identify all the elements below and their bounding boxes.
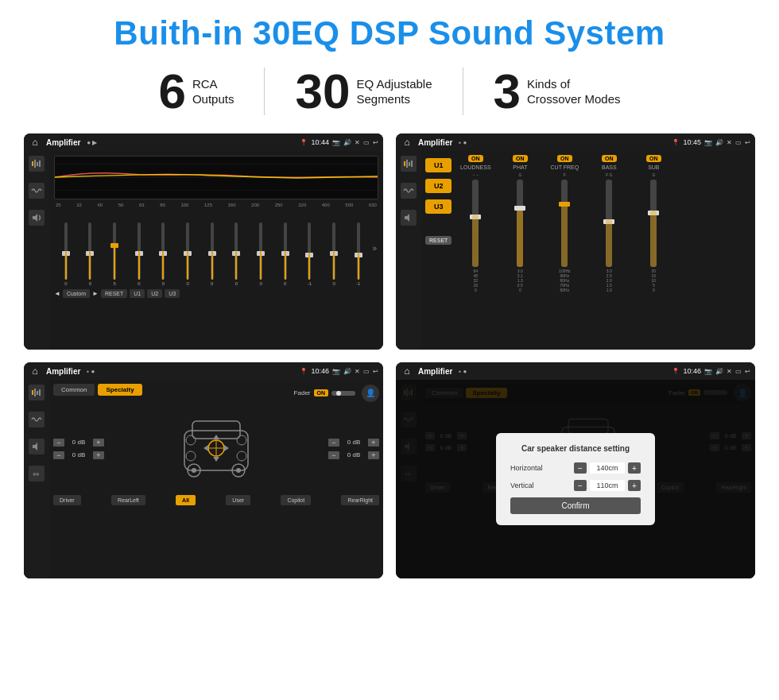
svg-marker-29 xyxy=(213,435,219,439)
all-btn[interactable]: All xyxy=(176,495,196,505)
home-icon-1[interactable]: ⌂ xyxy=(29,136,41,149)
svg-rect-13 xyxy=(37,391,38,395)
vol-row-fr: − 0 dB + xyxy=(328,439,379,447)
reset-btn[interactable]: RESET xyxy=(101,289,127,298)
eq-slider-10[interactable]: 0 xyxy=(275,222,296,286)
more-icon[interactable]: » xyxy=(373,244,378,253)
loudness-slider[interactable] xyxy=(472,180,479,267)
bass-on-badge[interactable]: ON xyxy=(602,155,617,162)
stat-rca-number: 6 xyxy=(158,67,185,116)
custom-btn[interactable]: Custom xyxy=(63,289,90,298)
speaker-icon-2[interactable] xyxy=(401,210,417,226)
eq-slider-3[interactable]: 5 xyxy=(104,222,125,286)
eq-slider-5[interactable]: 0 xyxy=(153,222,174,286)
home-icon-3[interactable]: ⌂ xyxy=(29,365,41,377)
reset-button[interactable]: RESET xyxy=(425,236,452,245)
eq-slider-2[interactable]: 0 xyxy=(80,222,101,286)
svg-marker-32 xyxy=(224,445,229,451)
fader-on-badge[interactable]: ON xyxy=(314,389,329,396)
eq-icon-3[interactable] xyxy=(29,385,45,400)
wave-icon-2[interactable] xyxy=(401,183,417,199)
location-icon-1: 📍 xyxy=(300,139,308,146)
sub-on-badge[interactable]: ON xyxy=(646,155,661,162)
screen-amp: ⌂ Amplifier ▪ ● 📍 10:45 📷 🔊 ✕ ▭ ↩ xyxy=(396,133,755,350)
channel-cutfreq: ON CUT FREQ F 100Hz 90Hz 80Hz 70 xyxy=(545,155,584,292)
eq-icon[interactable] xyxy=(29,156,45,172)
u1-button[interactable]: U1 xyxy=(425,158,452,172)
vol-rr-plus[interactable]: + xyxy=(368,451,379,459)
u2-button[interactable]: U2 xyxy=(425,179,452,193)
confirm-button[interactable]: Confirm xyxy=(510,497,641,514)
fader-row: Fader ON xyxy=(294,389,355,396)
wifi-icon-4: ✕ xyxy=(727,368,732,375)
wave-icon-3[interactable] xyxy=(29,412,45,427)
horizontal-label: Horizontal xyxy=(510,464,558,472)
cutfreq-slider[interactable] xyxy=(561,180,568,267)
eq-slider-8[interactable]: 0 xyxy=(227,222,247,286)
speaker-icon[interactable] xyxy=(29,210,45,226)
eq-slider-11[interactable]: -1 xyxy=(300,222,320,286)
play-prev-icon[interactable]: ◄ xyxy=(54,290,60,297)
horizontal-minus[interactable]: − xyxy=(574,462,587,474)
bass-slider[interactable] xyxy=(606,180,612,267)
rearleft-btn[interactable]: RearLeft xyxy=(111,495,145,505)
user-avatar[interactable]: 👤 xyxy=(362,385,379,402)
cutfreq-label: CUT FREQ xyxy=(551,164,579,170)
loudness-on-badge[interactable]: ON xyxy=(468,155,483,162)
play-next-icon[interactable]: ► xyxy=(92,290,99,297)
home-icon-2[interactable]: ⌂ xyxy=(401,136,413,149)
channel-sub: ON SUB G 20 15 10 5 xyxy=(634,155,673,292)
eq-icon-2[interactable] xyxy=(401,156,417,172)
back-icon-4[interactable]: ↩ xyxy=(745,368,750,375)
vol-fl-val: 0 dB xyxy=(68,439,90,446)
eq-slider-4[interactable]: 0 xyxy=(129,222,149,286)
home-icon-4[interactable]: ⌂ xyxy=(401,365,413,377)
sub-slider[interactable] xyxy=(650,180,657,267)
horizontal-plus[interactable]: + xyxy=(628,462,641,474)
tab-common[interactable]: Common xyxy=(53,384,95,396)
vol-rl-minus[interactable]: − xyxy=(53,451,64,459)
screen-eq: ⌂ Amplifier ● ▶ 📍 10:44 📷 🔊 ✕ ▭ ↩ xyxy=(24,133,383,350)
vol-rr-minus[interactable]: − xyxy=(328,451,339,459)
dialog-row-horizontal: Horizontal − 140cm + xyxy=(510,462,641,474)
eq-slider-6[interactable]: 0 xyxy=(177,222,198,286)
speaker-icon-3[interactable] xyxy=(29,439,45,454)
eq-slider-13[interactable]: -1 xyxy=(348,222,369,286)
u3-button[interactable]: U3 xyxy=(425,199,452,214)
eq-slider-1[interactable]: 0 xyxy=(56,222,76,286)
phat-on-badge[interactable]: ON xyxy=(513,155,528,162)
back-icon-1[interactable]: ↩ xyxy=(373,139,378,146)
eq-slider-9[interactable]: 0 xyxy=(250,222,271,286)
fader-slider[interactable] xyxy=(331,391,355,396)
u3-btn[interactable]: U3 xyxy=(165,289,180,298)
tab-specialty[interactable]: Specialty xyxy=(98,384,141,396)
eq-slider-7[interactable]: 0 xyxy=(202,222,223,286)
u2-btn[interactable]: U2 xyxy=(147,289,162,298)
phat-slider[interactable] xyxy=(517,180,523,267)
user-btn[interactable]: User xyxy=(226,495,250,505)
vol-fl-minus[interactable]: − xyxy=(53,439,64,447)
vertical-minus[interactable]: − xyxy=(574,480,587,491)
vol-fl-plus[interactable]: + xyxy=(93,439,104,447)
u1-btn[interactable]: U1 xyxy=(130,289,145,298)
arrows-icon-3[interactable]: ⇔ xyxy=(29,466,45,481)
eq-label-63: 63 xyxy=(139,203,145,207)
vol-fr-minus[interactable]: − xyxy=(328,439,339,447)
back-icon-3[interactable]: ↩ xyxy=(373,368,378,375)
back-icon-2[interactable]: ↩ xyxy=(745,139,750,146)
screen2-dots: ▪ ● xyxy=(459,139,467,146)
wave-icon[interactable] xyxy=(29,183,45,199)
rearright-btn[interactable]: RearRight xyxy=(341,495,379,505)
vol-rl-plus[interactable]: + xyxy=(93,451,104,459)
bottom-btns-3: Driver RearLeft All User Copilot RearRig… xyxy=(53,495,379,505)
vol-fr-plus[interactable]: + xyxy=(368,439,379,447)
svg-rect-14 xyxy=(39,389,41,396)
page-wrapper: Buith-in 30EQ DSP Sound System 6 RCAOutp… xyxy=(0,0,779,586)
sub-label: SUB xyxy=(648,164,659,170)
cutfreq-on-badge[interactable]: ON xyxy=(557,155,572,162)
eq-slider-12[interactable]: 0 xyxy=(324,222,344,286)
vertical-plus[interactable]: + xyxy=(628,480,641,491)
volume-icon-1: 🔊 xyxy=(343,139,351,146)
driver-btn[interactable]: Driver xyxy=(53,495,81,505)
copilot-btn[interactable]: Copilot xyxy=(281,495,311,505)
